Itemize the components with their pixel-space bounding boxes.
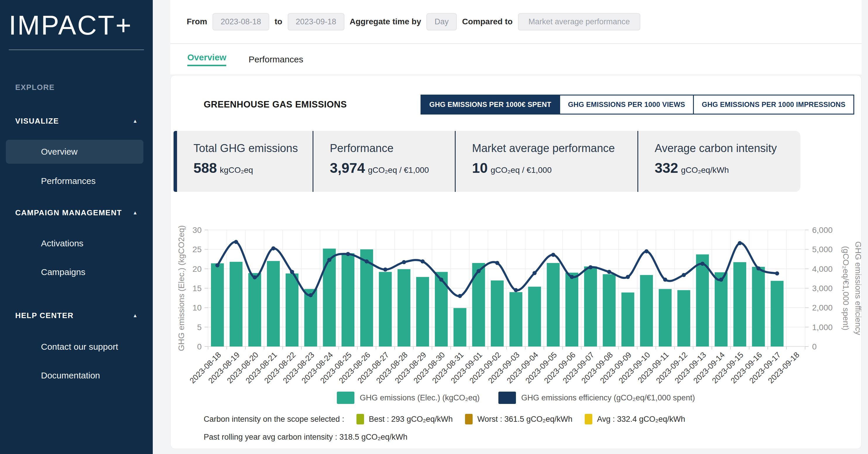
svg-text:10: 10 <box>192 303 202 312</box>
svg-text:GHG emissions (Elec.) (kgCO2eq: GHG emissions (Elec.) (kgCO2eq) <box>177 225 186 351</box>
carbon-intensity-best: Best : 293 gCO₂eq/kWh <box>356 414 453 424</box>
sidebar-item-activations[interactable]: Activations <box>0 238 153 248</box>
from-label: From <box>187 17 207 26</box>
svg-text:0: 0 <box>197 342 202 351</box>
from-date-input[interactable]: 2023-08-18 <box>213 13 269 30</box>
best-label: Best : 293 gCO₂eq/kWh <box>369 415 453 424</box>
metric-button-per-1000-impressions[interactable]: GHG EMISSIONS PER 1000 IMPRESSIONS <box>694 95 854 114</box>
legend-item-emissions[interactable]: GHG emissions (Elec.) (kgCO₂eq) <box>337 392 479 404</box>
carbon-intensity-avg: Avg : 332.4 gCO₂eq/kWh <box>585 414 685 424</box>
sidebar-section-visualize[interactable]: VISUALIZE ▲ <box>0 117 153 126</box>
svg-text:4,000: 4,000 <box>812 264 833 274</box>
legend-label: GHG emissions efficiency (gCO₂eq/€1,000 … <box>521 393 695 402</box>
compare-select[interactable]: Market average performance <box>518 13 641 30</box>
kpi-title: Average carbon intensity <box>655 142 800 155</box>
collapse-up-icon: ▲ <box>132 118 137 124</box>
section-title: GREENHOUSE GAS EMISSIONS <box>204 99 347 110</box>
kpi-strip: Total GHG emissions 588kgCO₂eq Performan… <box>174 131 800 192</box>
collapse-up-icon: ▲ <box>132 313 137 319</box>
avg-label: Avg : 332.4 gCO₂eq/kWh <box>597 415 685 424</box>
sidebar-section-explore[interactable]: EXPLORE <box>0 83 153 92</box>
chart-legend: GHG emissions (Elec.) (kgCO₂eq) GHG emis… <box>170 392 861 404</box>
to-date-input[interactable]: 2023-09-18 <box>288 13 344 30</box>
sidebar-section-help-center[interactable]: HELP CENTER ▲ <box>0 311 153 320</box>
kpi-accent-bar <box>174 131 177 192</box>
kpi-performance: Performance 3,974gCO₂eq / €1,000 <box>313 131 456 192</box>
aggregate-select[interactable]: Day <box>426 13 457 30</box>
section-label: HELP CENTER <box>15 311 74 320</box>
sidebar: IMPACT+ EXPLORE VISUALIZE ▲ Overview Per… <box>0 0 153 454</box>
kpi-value: 10gCO₂eq / €1,000 <box>472 160 638 176</box>
to-label: to <box>275 17 282 26</box>
section-label: CAMPAIGN MANAGEMENT <box>15 208 122 217</box>
svg-text:15: 15 <box>192 284 202 293</box>
past-rolling-avg-note: Past rolling year avg carbon intensity :… <box>204 433 861 442</box>
kpi-title: Total GHG emissions <box>193 142 313 155</box>
legend-swatch-bar <box>337 392 354 404</box>
sidebar-item-documentation[interactable]: Documentation <box>0 371 153 380</box>
main-content: From 2023-08-18 to 2023-09-18 Aggregate … <box>170 0 862 449</box>
kpi-value: 332gCO₂eq/kWh <box>655 160 800 176</box>
svg-text:20: 20 <box>192 264 202 274</box>
legend-swatch-line <box>498 392 516 404</box>
metric-button-per-1000-spent[interactable]: GHG EMISSIONS PER 1000€ SPENT <box>422 95 559 114</box>
worst-swatch <box>465 414 473 424</box>
aggregate-label: Aggregate time by <box>350 17 421 26</box>
section-label: VISUALIZE <box>15 117 59 126</box>
carbon-intensity-worst: Worst : 361.5 gCO₂eq/kWh <box>465 414 572 424</box>
svg-text:0: 0 <box>812 342 817 351</box>
carbon-intensity-prefix: Carbon intensity on the scope selected : <box>204 415 344 424</box>
kpi-market-average-performance: Market average performance 10gCO₂eq / €1… <box>456 131 638 192</box>
svg-text:6,000: 6,000 <box>812 226 833 235</box>
section-label: EXPLORE <box>15 83 55 92</box>
svg-text:25: 25 <box>192 245 202 254</box>
kpi-title: Market average performance <box>472 142 638 155</box>
collapse-up-icon: ▲ <box>132 210 137 216</box>
kpi-total-ghg-emissions: Total GHG emissions 588kgCO₂eq <box>177 131 313 192</box>
svg-text:GHG emissions efficiency: GHG emissions efficiency <box>854 242 862 335</box>
svg-text:3,000: 3,000 <box>812 284 833 293</box>
compared-to-label: Compared to <box>462 17 513 26</box>
sidebar-section-campaign-management[interactable]: CAMPAIGN MANAGEMENT ▲ <box>0 208 153 217</box>
svg-text:30: 30 <box>192 226 202 235</box>
ghg-emissions-card: GREENHOUSE GAS EMISSIONS GHG EMISSIONS P… <box>170 75 862 449</box>
sidebar-item-performances[interactable]: Performances <box>0 176 153 186</box>
metric-button-per-1000-views[interactable]: GHG EMISSIONS PER 1000 VIEWS <box>560 95 693 114</box>
svg-text:1,000: 1,000 <box>812 323 833 332</box>
metric-toggle-group: GHG EMISSIONS PER 1000€ SPENT GHG EMISSI… <box>421 94 854 115</box>
svg-text:5: 5 <box>197 323 202 332</box>
kpi-value: 588kgCO₂eq <box>193 160 313 176</box>
sidebar-item-campaigns[interactable]: Campaigns <box>0 267 153 277</box>
filters-bar: From 2023-08-18 to 2023-09-18 Aggregate … <box>170 0 862 44</box>
legend-label: GHG emissions (Elec.) (kgCO₂eq) <box>360 393 479 402</box>
impact-plus-logo: IMPACT+ <box>9 10 153 41</box>
card-header: GREENHOUSE GAS EMISSIONS GHG EMISSIONS P… <box>204 94 854 115</box>
svg-text:2,000: 2,000 <box>812 303 833 312</box>
avg-swatch <box>585 414 592 424</box>
kpi-unit: gCO₂eq/kWh <box>681 166 729 175</box>
best-swatch <box>356 414 364 424</box>
kpi-value: 3,974gCO₂eq / €1,000 <box>330 160 455 176</box>
tab-overview[interactable]: Overview <box>187 52 226 66</box>
kpi-unit: gCO₂eq / €1,000 <box>491 166 552 175</box>
carbon-intensity-row: Carbon intensity on the scope selected :… <box>204 414 861 424</box>
ghg-emissions-chart: 0051,000102,000153,000204,000255,000306,… <box>170 204 861 391</box>
kpi-unit: gCO₂eq / €1,000 <box>368 166 429 175</box>
svg-text:(gCO₂eq/€1,000 spent): (gCO₂eq/€1,000 spent) <box>841 246 850 331</box>
tab-performances[interactable]: Performances <box>248 55 303 64</box>
kpi-title: Performance <box>330 142 455 155</box>
kpi-average-carbon-intensity: Average carbon intensity 332gCO₂eq/kWh <box>638 131 800 192</box>
sidebar-item-contact-support[interactable]: Contact our support <box>0 342 153 352</box>
worst-label: Worst : 361.5 gCO₂eq/kWh <box>477 415 572 424</box>
kpi-unit: kgCO₂eq <box>220 166 253 175</box>
sidebar-item-overview[interactable]: Overview <box>6 140 144 164</box>
svg-text:5,000: 5,000 <box>812 245 833 254</box>
legend-item-efficiency[interactable]: GHG emissions efficiency (gCO₂eq/€1,000 … <box>498 392 695 404</box>
sidebar-divider <box>9 50 144 50</box>
tabs-bar: Overview Performances <box>170 44 862 75</box>
